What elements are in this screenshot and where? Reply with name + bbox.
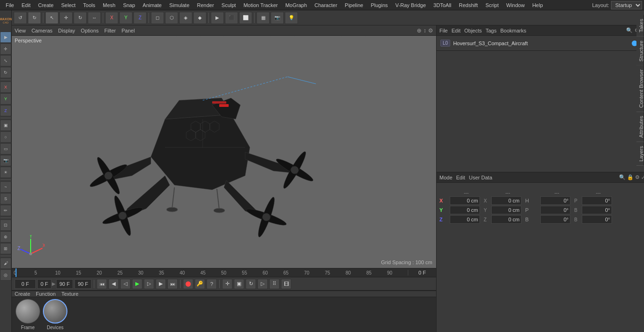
attr-menu-userdata[interactable]: User Data bbox=[469, 175, 493, 180]
rotate-button[interactable]: ↻ bbox=[246, 279, 256, 289]
attr-expand-icon[interactable]: ⤢ bbox=[641, 174, 644, 180]
current-frame-field[interactable]: 0 F bbox=[15, 279, 36, 289]
menu-mograph[interactable]: MoGraph bbox=[281, 1, 311, 9]
dots-button[interactable]: ⠿ bbox=[269, 279, 280, 289]
menu-render[interactable]: Render bbox=[193, 1, 218, 9]
attr-p2-field[interactable] bbox=[540, 206, 570, 214]
select-axis-button[interactable]: ✛ bbox=[59, 12, 73, 24]
deform-tool-button[interactable]: ⊡ bbox=[0, 219, 11, 231]
menu-file[interactable]: File bbox=[2, 1, 18, 9]
next-frame-button[interactable]: ▷ bbox=[144, 279, 154, 289]
attr-h-field[interactable] bbox=[540, 196, 570, 205]
prev-frame-button[interactable]: ◁ bbox=[120, 279, 131, 289]
light-button[interactable]: 💡 bbox=[285, 12, 298, 24]
boole-tool-button[interactable]: ⊕ bbox=[0, 231, 11, 243]
help-button[interactable]: ? bbox=[206, 279, 217, 289]
rotate-tool-button[interactable]: ↻ bbox=[0, 67, 11, 78]
preview-button[interactable]: ▷ bbox=[257, 279, 268, 289]
attr-y-pos2-field[interactable] bbox=[491, 206, 521, 214]
axis-y-button[interactable]: Y bbox=[0, 93, 11, 105]
sphere-tool-button[interactable]: ○ bbox=[0, 131, 11, 143]
poly-mode-button[interactable]: ◆ bbox=[193, 12, 206, 24]
menu-vray[interactable]: V-Ray Bridge bbox=[392, 1, 430, 9]
edge-mode-button[interactable]: ◈ bbox=[179, 12, 192, 24]
attr-menu-mode[interactable]: Mode bbox=[439, 175, 453, 180]
goto-end-button[interactable]: ⏭ bbox=[167, 279, 178, 289]
vp-menu-panel[interactable]: Panel bbox=[122, 28, 135, 33]
rotate-mode-button[interactable]: ↻ bbox=[74, 12, 87, 24]
y-axis-button[interactable]: Y bbox=[119, 12, 132, 24]
search-icon[interactable]: 🔍 bbox=[626, 27, 633, 33]
x-axis-button[interactable]: X bbox=[105, 12, 118, 24]
sculpt-tool-button[interactable]: ◎ bbox=[0, 269, 11, 281]
spline-tool-button[interactable]: ~ bbox=[0, 181, 11, 193]
pen-tool-button[interactable]: ✏ bbox=[0, 205, 11, 216]
timeline[interactable]: 0 5 10 15 20 25 30 35 40 45 50 55 60 65 bbox=[12, 268, 436, 277]
paint-tool-button[interactable]: 🖌 bbox=[0, 258, 11, 269]
menu-motion-tracker[interactable]: Motion Tracker bbox=[239, 1, 281, 9]
menu-script[interactable]: Script bbox=[482, 1, 503, 9]
record-button[interactable]: ⬤ bbox=[183, 279, 193, 289]
obj-menu-edit[interactable]: Edit bbox=[452, 28, 461, 33]
vp-menu-filter[interactable]: Filter bbox=[104, 28, 116, 33]
cube-tool-button[interactable]: ▣ bbox=[0, 120, 11, 131]
mat-menu-function[interactable]: Function bbox=[36, 291, 56, 297]
obj-menu-objects[interactable]: Objects bbox=[464, 28, 482, 33]
move-button[interactable]: ✛ bbox=[222, 279, 232, 289]
auto-key-button[interactable]: 🔑 bbox=[195, 279, 205, 289]
attr-b3-field[interactable] bbox=[582, 215, 612, 224]
light-tool-button[interactable]: ☀ bbox=[0, 167, 11, 178]
viewport-canvas[interactable]: Perspective bbox=[12, 36, 436, 268]
select-model-button[interactable]: ↖ bbox=[45, 12, 58, 24]
vp-menu-view[interactable]: View bbox=[15, 28, 26, 33]
end-frame-field-1[interactable]: 90 F bbox=[56, 279, 73, 289]
axis-x-button[interactable]: X bbox=[0, 81, 11, 93]
layers-tab[interactable]: Layers bbox=[636, 142, 644, 166]
menu-help[interactable]: Help bbox=[528, 1, 547, 9]
vp-lock-icon[interactable]: ⊕ bbox=[417, 27, 421, 34]
timeline-ruler[interactable]: 0 5 10 15 20 25 30 35 40 45 50 55 60 65 bbox=[12, 268, 408, 277]
menu-3dtoall[interactable]: 3DToAll bbox=[429, 1, 455, 9]
film-button[interactable]: 🎞 bbox=[281, 279, 291, 289]
vp-config-icon[interactable]: ⚙ bbox=[428, 27, 433, 34]
attr-b-field[interactable] bbox=[582, 206, 612, 214]
attr-config-icon[interactable]: ⚙ bbox=[635, 174, 640, 180]
end-frame-field-2[interactable]: 90 F bbox=[74, 279, 91, 289]
scale-tool-button[interactable]: ⤡ bbox=[0, 55, 11, 66]
goto-start-button[interactable]: ⏮ bbox=[97, 279, 107, 289]
attr-p-field[interactable] bbox=[582, 196, 612, 205]
undo-button[interactable]: ↺ bbox=[14, 12, 27, 24]
render-viewport-button[interactable]: ⬜ bbox=[239, 12, 252, 24]
layout-dropdown[interactable]: Startup bbox=[611, 1, 642, 9]
z-axis-button[interactable]: Z bbox=[133, 12, 147, 24]
snap-button[interactable]: ▦ bbox=[256, 12, 270, 24]
step-back-button[interactable]: ◀ bbox=[108, 279, 119, 289]
attr-lock-icon[interactable]: 🔒 bbox=[627, 174, 634, 180]
menu-edit[interactable]: Edit bbox=[18, 1, 34, 9]
takes-tab[interactable]: Takes bbox=[636, 15, 644, 37]
menu-pipeline[interactable]: Pipeline bbox=[341, 1, 367, 9]
vp-menu-cameras[interactable]: Cameras bbox=[32, 28, 53, 33]
attributes-side-tab[interactable]: Attributes bbox=[636, 112, 644, 142]
play-button[interactable]: ▶ bbox=[132, 279, 142, 289]
menu-create[interactable]: Create bbox=[34, 1, 58, 9]
obj-menu-bookmarks[interactable]: Bookmarks bbox=[500, 28, 526, 33]
redo-button[interactable]: ↻ bbox=[28, 12, 41, 24]
menu-tools[interactable]: Tools bbox=[79, 1, 99, 9]
obj-menu-file[interactable]: File bbox=[439, 28, 448, 33]
menu-simulate[interactable]: Simulate bbox=[165, 1, 193, 9]
structure-tab[interactable]: Structure bbox=[636, 37, 644, 66]
vp-expand-icon[interactable]: ↕ bbox=[423, 27, 426, 34]
content-browser-tab[interactable]: Content Browser bbox=[636, 65, 644, 112]
menu-animate[interactable]: Animate bbox=[139, 1, 165, 9]
point-mode-button[interactable]: ⬡ bbox=[165, 12, 178, 24]
menu-plugins[interactable]: Plugins bbox=[367, 1, 391, 9]
attr-x-pos2-field[interactable] bbox=[491, 196, 521, 205]
mat-menu-texture[interactable]: Texture bbox=[61, 291, 78, 297]
attr-y-pos-field[interactable] bbox=[450, 206, 480, 214]
move-tool-button[interactable]: ✛ bbox=[0, 43, 11, 55]
object-mode-button[interactable]: ◻ bbox=[151, 12, 164, 24]
attr-z-pos-field[interactable] bbox=[450, 215, 480, 224]
select-tool-button[interactable]: ▶ bbox=[0, 32, 11, 43]
menu-snap[interactable]: Snap bbox=[119, 1, 139, 9]
